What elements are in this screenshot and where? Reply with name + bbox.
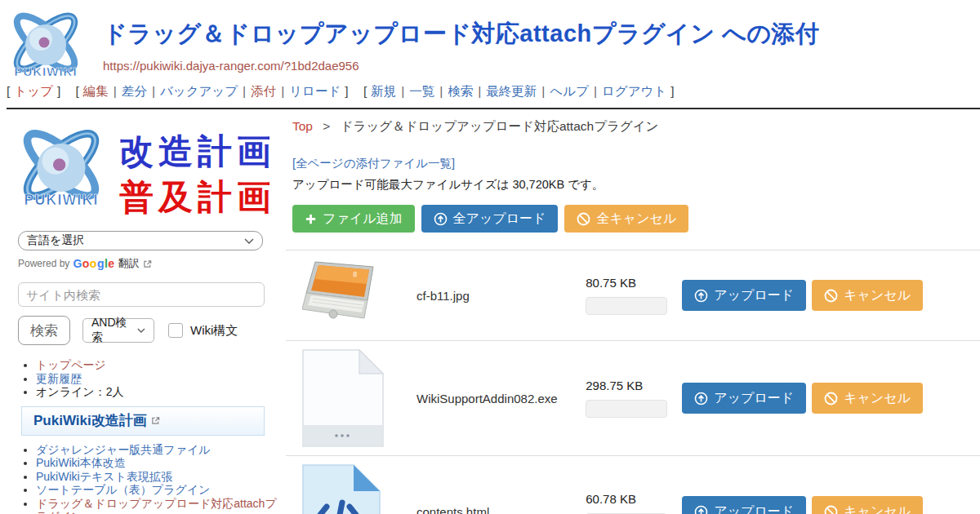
logo-brand-text: PUKIWIKI — [14, 64, 77, 78]
ban-circle-icon — [824, 505, 838, 514]
breadcrumb-current: ドラッグ＆ドロップアップロード対応attachプラグイン — [341, 119, 659, 133]
list-item: ダジャレンジャー版共通ファイル — [36, 443, 278, 457]
chevron-down-icon — [137, 328, 145, 333]
sidebar-link-history[interactable]: 更新履歴 — [36, 372, 82, 385]
nav-diff-link[interactable]: 差分 — [122, 84, 147, 98]
upload-all-button[interactable]: 全アップロード — [421, 205, 559, 233]
file-size: 60.78 KB — [586, 492, 670, 506]
upload-file-button[interactable]: アップロード — [682, 496, 806, 514]
nav-recent-link[interactable]: 最終更新 — [486, 84, 537, 98]
upload-label: アップロード — [714, 287, 794, 304]
site-search-input[interactable] — [18, 282, 265, 307]
sidebar-site-logo[interactable]: PUKIWIKI 改造計画 普及計画 — [11, 121, 270, 220]
separator: | — [114, 84, 117, 98]
file-name: WikiSupportAddin082.exe — [416, 392, 586, 405]
all-attachments-link[interactable]: [全ページの添付ファイル一覧] — [292, 157, 455, 170]
cancel-label: キャンセル — [844, 503, 911, 514]
pukiwiki-kaizou-link[interactable]: PukiWiki改造計画 — [33, 411, 147, 430]
page-url[interactable]: https://pukiwiki.dajya-ranger.com/?1bd2d… — [103, 59, 820, 73]
bracket: [ — [363, 84, 367, 98]
sidebar-link-toppage[interactable]: トップページ — [36, 358, 106, 371]
search-button[interactable]: 検索 — [18, 316, 70, 345]
sidebar-section-header: PukiWiki改造計画 — [21, 406, 265, 436]
pukiwiki-logo-icon[interactable]: PUKIWIKI — [5, 7, 87, 80]
logo-brand-text: PUKIWIKI — [24, 192, 99, 208]
sidebar-link-dnd-attach[interactable]: ドラッグ＆ドロップアップロード対応attachプラグイン — [36, 497, 277, 514]
nav-list-link[interactable]: 一覧 — [409, 84, 434, 98]
max-upload-size-text: アップロード可能最大ファイルサイズは 30,720KB です。 — [292, 177, 980, 193]
sidebar-link-common-files[interactable]: ダジャレンジャー版共通ファイル — [36, 443, 211, 456]
bracket: [ — [7, 84, 10, 98]
wiki-syntax-checkbox[interactable] — [168, 323, 183, 338]
cancel-label: キャンセル — [844, 390, 911, 407]
breadcrumb-top-link[interactable]: Top — [292, 119, 313, 133]
separator: | — [243, 84, 246, 98]
sidebar-link-text-ext[interactable]: PukiWikiテキスト表現拡張 — [36, 470, 172, 483]
laptop-photo-thumbnail: 8 — [302, 259, 384, 332]
file-size: 80.75 KB — [586, 276, 670, 290]
nav-reload-link[interactable]: リロード — [289, 84, 341, 98]
cancel-all-button[interactable]: 全キャンセル — [564, 205, 688, 233]
cancel-file-button[interactable]: キャンセル — [812, 280, 923, 311]
list-item: PukiWikiテキスト表現拡張 — [36, 470, 278, 484]
upload-circle-icon — [694, 392, 708, 405]
wiki-syntax-label: Wiki構文 — [190, 323, 238, 339]
upload-circle-icon — [434, 212, 448, 226]
nav-attach-link[interactable]: 添付 — [251, 84, 276, 98]
translate-link[interactable]: 翻訳 — [118, 256, 140, 271]
google-translate-attribution: Powered by Google 翻訳 — [18, 256, 278, 271]
plus-icon — [305, 213, 317, 225]
cancel-file-button[interactable]: キャンセル — [812, 383, 923, 414]
separator: | — [281, 84, 284, 98]
separator: | — [439, 84, 443, 98]
list-item: ドラッグ＆ドロップアップロード対応attachプラグイン — [36, 497, 278, 514]
html-file-icon — [302, 464, 381, 514]
separator: | — [152, 84, 155, 98]
separator: | — [401, 84, 404, 98]
language-select[interactable]: 言語を選択 — [18, 231, 263, 250]
search-mode-select[interactable]: AND検索 — [82, 318, 154, 343]
online-count: オンライン：2人 — [36, 385, 123, 398]
upload-file-button[interactable]: アップロード — [682, 383, 806, 414]
nav-top-link[interactable]: トップ — [14, 84, 53, 98]
upload-file-button[interactable]: アップロード — [682, 280, 806, 311]
svg-text:8: 8 — [353, 270, 358, 278]
nav-backup-link[interactable]: バックアップ — [160, 84, 238, 98]
add-files-label: ファイル追加 — [323, 210, 403, 228]
bracket: [ — [76, 84, 79, 98]
sidebar: PUKIWIKI 改造計画 普及計画 言語を選択 Powered by Goog… — [0, 109, 284, 514]
upload-progress-bar — [586, 400, 667, 418]
nav-search-link[interactable]: 検索 — [448, 84, 473, 98]
bracket: ] — [57, 84, 60, 98]
external-link-icon — [143, 259, 152, 268]
search-mode-value: AND検索 — [91, 316, 137, 345]
cancel-file-button[interactable]: キャンセル — [812, 496, 923, 514]
ban-circle-icon — [824, 392, 838, 405]
add-files-button[interactable]: ファイル追加 — [292, 205, 415, 233]
ban-circle-icon — [824, 289, 838, 303]
language-select-value: 言語を選択 — [27, 233, 84, 248]
search-controls: 検索 AND検索 Wiki構文 — [18, 316, 278, 345]
nav-logout-link[interactable]: ログアウト — [602, 84, 666, 98]
sidebar-link-core-mod[interactable]: PukiWiki本体改造 — [36, 456, 126, 469]
file-row: 8 cf-b11.jpg 80.75 KB — [286, 250, 980, 340]
separator: | — [541, 84, 545, 98]
separator: | — [594, 84, 597, 98]
cancel-label: キャンセル — [844, 287, 911, 304]
list-item: 更新履歴 — [36, 372, 278, 386]
separator: | — [478, 84, 481, 98]
upload-label: アップロード — [714, 503, 794, 514]
file-row: WikiSupportAddin082.exe 298.75 KB アップロード — [286, 340, 980, 455]
logo-kanji-line2: 普及計画 — [119, 178, 270, 216]
list-item: オンライン：2人 — [36, 385, 278, 399]
nav-help-link[interactable]: ヘルプ — [550, 84, 589, 98]
cancel-all-label: 全キャンセル — [596, 210, 676, 228]
upload-circle-icon — [694, 289, 708, 303]
external-link-icon — [151, 416, 160, 425]
page-actions-nav: [トップ] [編集|差分|バックアップ|添付|リロード] [新規|一覧|検索|最… — [7, 83, 980, 109]
page-title: ドラッグ＆ドロップアップロード対応attachプラグイン への添付 — [103, 18, 820, 51]
nav-new-link[interactable]: 新規 — [371, 84, 396, 98]
breadcrumb-separator: > — [323, 119, 330, 133]
nav-edit-link[interactable]: 編集 — [83, 84, 109, 98]
sidebar-link-sort-table[interactable]: ソートテーブル（表）プラグイン — [36, 483, 210, 496]
